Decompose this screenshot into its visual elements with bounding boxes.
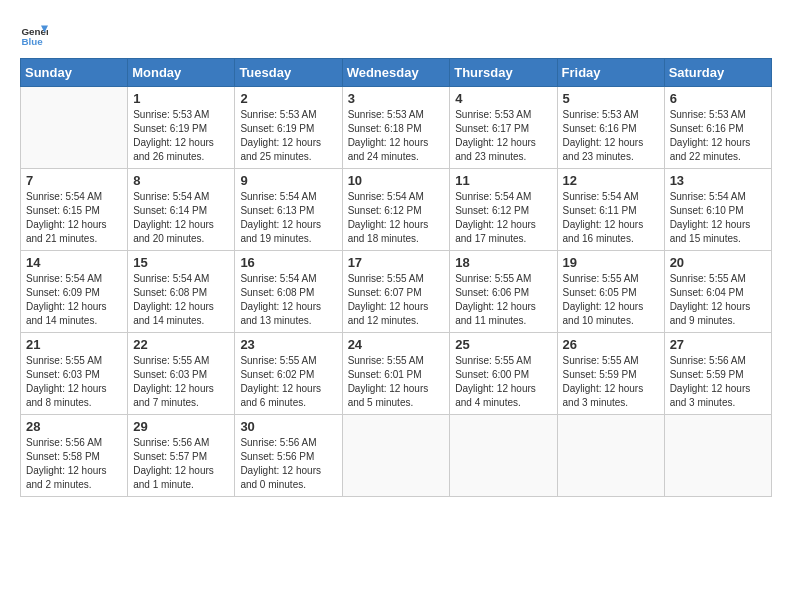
week-row-2: 14Sunrise: 5:54 AM Sunset: 6:09 PM Dayli…: [21, 251, 772, 333]
day-number: 26: [563, 337, 659, 352]
day-number: 12: [563, 173, 659, 188]
week-row-1: 7Sunrise: 5:54 AM Sunset: 6:15 PM Daylig…: [21, 169, 772, 251]
header-cell-sunday: Sunday: [21, 59, 128, 87]
day-number: 30: [240, 419, 336, 434]
day-cell: 18Sunrise: 5:55 AM Sunset: 6:06 PM Dayli…: [450, 251, 557, 333]
day-cell: 15Sunrise: 5:54 AM Sunset: 6:08 PM Dayli…: [128, 251, 235, 333]
day-info: Sunrise: 5:55 AM Sunset: 6:06 PM Dayligh…: [455, 272, 551, 328]
day-number: 11: [455, 173, 551, 188]
day-cell: [664, 415, 771, 497]
day-cell: [342, 415, 450, 497]
day-cell: 26Sunrise: 5:55 AM Sunset: 5:59 PM Dayli…: [557, 333, 664, 415]
day-info: Sunrise: 5:56 AM Sunset: 5:57 PM Dayligh…: [133, 436, 229, 492]
day-info: Sunrise: 5:53 AM Sunset: 6:16 PM Dayligh…: [670, 108, 766, 164]
week-row-0: 1Sunrise: 5:53 AM Sunset: 6:19 PM Daylig…: [21, 87, 772, 169]
day-cell: [557, 415, 664, 497]
day-info: Sunrise: 5:56 AM Sunset: 5:59 PM Dayligh…: [670, 354, 766, 410]
day-cell: 23Sunrise: 5:55 AM Sunset: 6:02 PM Dayli…: [235, 333, 342, 415]
day-number: 24: [348, 337, 445, 352]
logo-icon: General Blue: [20, 20, 48, 48]
day-cell: 14Sunrise: 5:54 AM Sunset: 6:09 PM Dayli…: [21, 251, 128, 333]
day-number: 20: [670, 255, 766, 270]
day-cell: 25Sunrise: 5:55 AM Sunset: 6:00 PM Dayli…: [450, 333, 557, 415]
svg-text:Blue: Blue: [21, 36, 43, 47]
day-info: Sunrise: 5:55 AM Sunset: 6:04 PM Dayligh…: [670, 272, 766, 328]
day-number: 7: [26, 173, 122, 188]
day-number: 17: [348, 255, 445, 270]
day-number: 21: [26, 337, 122, 352]
header-cell-friday: Friday: [557, 59, 664, 87]
day-info: Sunrise: 5:55 AM Sunset: 6:01 PM Dayligh…: [348, 354, 445, 410]
day-info: Sunrise: 5:56 AM Sunset: 5:58 PM Dayligh…: [26, 436, 122, 492]
day-cell: 5Sunrise: 5:53 AM Sunset: 6:16 PM Daylig…: [557, 87, 664, 169]
day-cell: 17Sunrise: 5:55 AM Sunset: 6:07 PM Dayli…: [342, 251, 450, 333]
day-info: Sunrise: 5:56 AM Sunset: 5:56 PM Dayligh…: [240, 436, 336, 492]
header-cell-wednesday: Wednesday: [342, 59, 450, 87]
day-info: Sunrise: 5:53 AM Sunset: 6:19 PM Dayligh…: [133, 108, 229, 164]
day-info: Sunrise: 5:54 AM Sunset: 6:08 PM Dayligh…: [133, 272, 229, 328]
day-cell: [21, 87, 128, 169]
calendar-table: SundayMondayTuesdayWednesdayThursdayFrid…: [20, 58, 772, 497]
day-info: Sunrise: 5:55 AM Sunset: 6:03 PM Dayligh…: [26, 354, 122, 410]
day-cell: 8Sunrise: 5:54 AM Sunset: 6:14 PM Daylig…: [128, 169, 235, 251]
header-cell-thursday: Thursday: [450, 59, 557, 87]
day-number: 15: [133, 255, 229, 270]
calendar-body: 1Sunrise: 5:53 AM Sunset: 6:19 PM Daylig…: [21, 87, 772, 497]
day-cell: 6Sunrise: 5:53 AM Sunset: 6:16 PM Daylig…: [664, 87, 771, 169]
day-number: 29: [133, 419, 229, 434]
day-cell: 2Sunrise: 5:53 AM Sunset: 6:19 PM Daylig…: [235, 87, 342, 169]
day-cell: 11Sunrise: 5:54 AM Sunset: 6:12 PM Dayli…: [450, 169, 557, 251]
day-info: Sunrise: 5:55 AM Sunset: 6:03 PM Dayligh…: [133, 354, 229, 410]
logo: General Blue: [20, 20, 52, 48]
calendar-header: SundayMondayTuesdayWednesdayThursdayFrid…: [21, 59, 772, 87]
day-number: 2: [240, 91, 336, 106]
day-number: 4: [455, 91, 551, 106]
day-number: 18: [455, 255, 551, 270]
header-cell-monday: Monday: [128, 59, 235, 87]
week-row-4: 28Sunrise: 5:56 AM Sunset: 5:58 PM Dayli…: [21, 415, 772, 497]
day-cell: 4Sunrise: 5:53 AM Sunset: 6:17 PM Daylig…: [450, 87, 557, 169]
day-info: Sunrise: 5:54 AM Sunset: 6:13 PM Dayligh…: [240, 190, 336, 246]
day-info: Sunrise: 5:55 AM Sunset: 6:05 PM Dayligh…: [563, 272, 659, 328]
day-info: Sunrise: 5:54 AM Sunset: 6:15 PM Dayligh…: [26, 190, 122, 246]
day-number: 9: [240, 173, 336, 188]
day-cell: 3Sunrise: 5:53 AM Sunset: 6:18 PM Daylig…: [342, 87, 450, 169]
day-cell: 30Sunrise: 5:56 AM Sunset: 5:56 PM Dayli…: [235, 415, 342, 497]
day-cell: [450, 415, 557, 497]
day-info: Sunrise: 5:55 AM Sunset: 5:59 PM Dayligh…: [563, 354, 659, 410]
day-number: 28: [26, 419, 122, 434]
day-cell: 9Sunrise: 5:54 AM Sunset: 6:13 PM Daylig…: [235, 169, 342, 251]
day-info: Sunrise: 5:54 AM Sunset: 6:09 PM Dayligh…: [26, 272, 122, 328]
week-row-3: 21Sunrise: 5:55 AM Sunset: 6:03 PM Dayli…: [21, 333, 772, 415]
day-info: Sunrise: 5:54 AM Sunset: 6:08 PM Dayligh…: [240, 272, 336, 328]
day-cell: 10Sunrise: 5:54 AM Sunset: 6:12 PM Dayli…: [342, 169, 450, 251]
day-cell: 20Sunrise: 5:55 AM Sunset: 6:04 PM Dayli…: [664, 251, 771, 333]
day-info: Sunrise: 5:54 AM Sunset: 6:14 PM Dayligh…: [133, 190, 229, 246]
day-info: Sunrise: 5:54 AM Sunset: 6:12 PM Dayligh…: [455, 190, 551, 246]
day-number: 22: [133, 337, 229, 352]
day-cell: 12Sunrise: 5:54 AM Sunset: 6:11 PM Dayli…: [557, 169, 664, 251]
day-number: 25: [455, 337, 551, 352]
day-info: Sunrise: 5:55 AM Sunset: 6:07 PM Dayligh…: [348, 272, 445, 328]
header-row: SundayMondayTuesdayWednesdayThursdayFrid…: [21, 59, 772, 87]
page-header: General Blue: [20, 20, 772, 48]
day-number: 3: [348, 91, 445, 106]
day-cell: 1Sunrise: 5:53 AM Sunset: 6:19 PM Daylig…: [128, 87, 235, 169]
day-info: Sunrise: 5:55 AM Sunset: 6:02 PM Dayligh…: [240, 354, 336, 410]
day-info: Sunrise: 5:54 AM Sunset: 6:12 PM Dayligh…: [348, 190, 445, 246]
header-cell-tuesday: Tuesday: [235, 59, 342, 87]
day-info: Sunrise: 5:53 AM Sunset: 6:17 PM Dayligh…: [455, 108, 551, 164]
day-cell: 7Sunrise: 5:54 AM Sunset: 6:15 PM Daylig…: [21, 169, 128, 251]
day-info: Sunrise: 5:55 AM Sunset: 6:00 PM Dayligh…: [455, 354, 551, 410]
day-info: Sunrise: 5:54 AM Sunset: 6:10 PM Dayligh…: [670, 190, 766, 246]
day-cell: 21Sunrise: 5:55 AM Sunset: 6:03 PM Dayli…: [21, 333, 128, 415]
day-cell: 22Sunrise: 5:55 AM Sunset: 6:03 PM Dayli…: [128, 333, 235, 415]
day-cell: 16Sunrise: 5:54 AM Sunset: 6:08 PM Dayli…: [235, 251, 342, 333]
day-number: 14: [26, 255, 122, 270]
day-number: 6: [670, 91, 766, 106]
day-number: 16: [240, 255, 336, 270]
day-number: 27: [670, 337, 766, 352]
day-number: 8: [133, 173, 229, 188]
day-number: 23: [240, 337, 336, 352]
day-cell: 29Sunrise: 5:56 AM Sunset: 5:57 PM Dayli…: [128, 415, 235, 497]
